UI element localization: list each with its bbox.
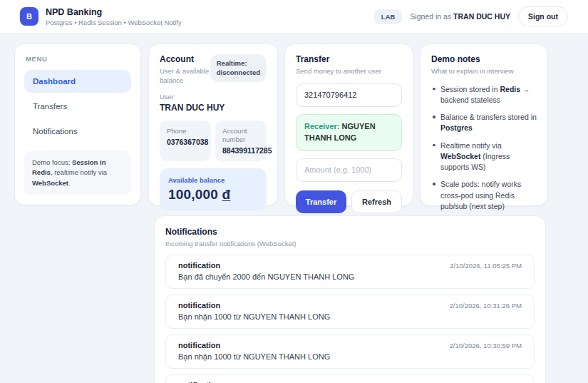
notification-row-title: notification [178,301,220,310]
transfer-buttons-row: Transfer Refresh [296,190,402,213]
notification-row: notification 2/10/2026, 11:05:25 PM Bạn … [165,255,535,289]
notification-row-title: notification [178,341,220,349]
account-card: Account User & available balance Realtim… [148,44,278,206]
refresh-button[interactable]: Refresh [351,190,402,213]
demo-note-item: Session stored in Redis → backend statel… [440,84,537,106]
account-number-box: Account number 884399117285 [215,121,267,162]
receiver-resolved-box: Receiver: NGUYEN THANH LONG [296,114,402,151]
account-subtitle: User & available balance [160,67,210,86]
notification-row: notification 2/10/2026, 10:30:59 PM Bạn … [165,335,535,369]
transfer-subtitle: Send money to another user [296,67,402,76]
sidebar-item-dashboard[interactable]: Dashboard [24,70,131,93]
notifications-title: Notifications [165,227,535,237]
content-area: MENU Dashboard Transfers Notifications D… [0,34,588,383]
account-number-value: 884399117285 [222,146,259,155]
app-title: NPD Banking [46,7,182,17]
sidebar-item-transfers[interactable]: Transfers [24,95,131,118]
bullet-bold: WebSocket [440,152,480,160]
transfer-title: Transfer [296,54,402,64]
bullet-text: Balance & transfers stored in [440,113,537,121]
account-detail-boxes: Phone 0376367038 Account number 88439911… [160,121,267,162]
notification-timestamp: 2/10/2026, 11:05:25 PM [450,262,522,270]
notification-row-head: notification 2/10/2026, 10:31:26 PM [178,301,522,310]
sidebar-demo-note: Demo focus: Session in Redis, realtime n… [24,150,131,195]
app-subtitle: Postgres • Redis Session • WebSocket Not… [46,19,182,26]
notification-timestamp: 2/10/2026, 10:31:26 PM [450,302,522,310]
notification-row-head: notification 2/10/2026, 11:05:25 PM [178,261,522,270]
account-head-left: Account User & available balance [160,54,210,86]
balance-amount: 100,000 [168,187,222,202]
user-name: TRAN DUC HUY [160,103,267,113]
sign-out-button[interactable]: Sign out [518,6,568,26]
account-title: Account [160,54,210,64]
demo-note-item: Scale pods: notify works cross-pod using… [440,179,537,212]
notification-body: Bạn nhận 1000 từ NGUYEN THANH LONG [178,312,522,322]
phone-label: Phone [167,127,204,136]
notification-timestamp: 2/10/2026, 10:30:59 PM [450,342,522,349]
balance-value: 100,000 đ [168,187,258,203]
signed-in-prefix: Signed in as [410,12,453,21]
user-label: User [160,93,267,101]
top-cards-row: Account User & available balance Realtim… [148,44,549,206]
amount-input[interactable] [296,158,402,182]
realtime-label: Realtime: [217,58,260,68]
available-balance-box: Available balance 100,000 đ [160,168,267,210]
balance-currency: đ [222,187,231,202]
receiver-prefix: Receiver: [304,122,342,131]
note-post: . [68,179,71,187]
demo-notes-card: Demo notes What to explain in interview … [420,44,548,206]
note-bold-websocket: WebSocket [32,179,68,187]
app-header: B NPD Banking Postgres • Redis Session •… [0,0,588,34]
realtime-status-badge: Realtime: disconnected [210,54,267,82]
transfer-button[interactable]: Transfer [296,190,346,213]
transfer-card: Transfer Send money to another user Rece… [284,44,413,206]
receiver-account-input[interactable] [296,83,402,107]
account-number-label: Account number [222,127,259,145]
notifications-subtitle: Incoming transfer notifications (WebSock… [165,240,535,249]
notification-body: Bạn đã chuyển 2000 đến NGUYEN THANH LONG [178,272,522,282]
phone-box: Phone 0376367038 [160,121,211,162]
notifications-card: Notifications Incoming transfer notifica… [154,215,546,383]
bullet-text: Session stored in [440,85,500,93]
note-mid: , realtime notify via [51,168,107,176]
realtime-status: disconnected [217,68,260,77]
header-right: LAB Signed in as TRAN DUC HUY Sign out [374,6,568,26]
sidebar: MENU Dashboard Transfers Notifications D… [14,44,141,205]
bullet-bold: Postgres [440,123,473,132]
notification-row-head: notification 2/10/2026, 10:30:59 PM [178,341,522,349]
balance-label: Available balance [168,176,258,184]
menu-label: MENU [26,55,131,63]
demo-note-item: Realtime notify via WebSocket (Ingress s… [440,141,537,173]
signed-in-text: Signed in as TRAN DUC HUY [410,12,510,21]
main-area: Account User & available balance Realtim… [148,44,549,383]
notification-body: Bạn nhận 1000 từ NGUYEN THANH LONG [178,352,522,362]
notification-row: notification 2/10/2026, 10:17:16 PM [165,374,535,383]
notification-row: notification 2/10/2026, 10:31:26 PM Bạn … [165,295,535,329]
app-titles: NPD Banking Postgres • Redis Session • W… [46,7,182,26]
note-pre: Demo focus: [32,158,72,166]
demo-notes-list: Session stored in Redis → backend statel… [431,84,537,212]
demo-note-item: Balance & transfers stored in Postgres [440,112,537,133]
demo-notes-title: Demo notes [431,54,537,64]
lab-badge: LAB [374,9,403,24]
phone-value: 0376367038 [167,138,204,146]
signed-in-user: TRAN DUC HUY [453,12,510,21]
bullet-text: Scale pods: notify works cross-pod using… [440,180,521,210]
sidebar-item-notifications[interactable]: Notifications [24,120,131,143]
bullet-text: Realtime notify via [440,141,502,150]
demo-notes-subtitle: What to explain in interview [431,67,537,76]
app-logo: B [20,7,38,26]
account-card-head: Account User & available balance Realtim… [160,54,267,86]
bullet-bold: Redis [500,85,520,93]
notification-row-title: notification [178,261,220,270]
